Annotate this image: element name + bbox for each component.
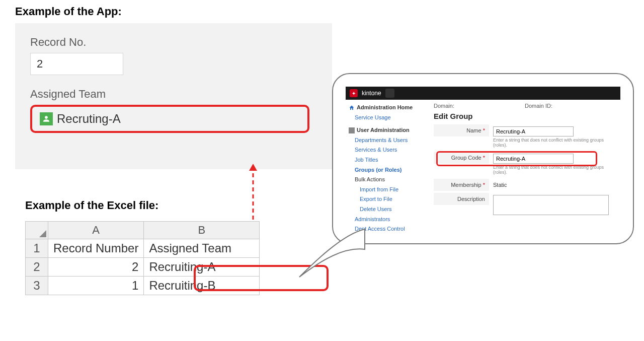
group-icon [40, 112, 53, 125]
nav-admins[interactable]: Administrators [348, 215, 427, 225]
callout-bubble: ✦ kintone Administration Home Service Us… [332, 73, 634, 244]
nav-user-admin-label: User Administration [357, 126, 410, 135]
membership-label: Membership [451, 182, 481, 188]
excel-row3-a: 1 [48, 277, 144, 295]
excel-table-wrap: A B 1 Record Number Assigned Team 2 2 Re… [25, 217, 260, 295]
name-label-cell: Name * [434, 124, 489, 137]
form-row-code: Group Code * Enter a string that does no… [434, 152, 615, 177]
app-example-heading: Example of the App: [15, 5, 337, 18]
domain-id-label: Domain ID: [525, 103, 552, 109]
excel-example-heading: Example of the Excel file: [25, 199, 332, 212]
excel-rownum-3: 3 [26, 277, 48, 295]
membership-required-mark: * [483, 182, 485, 188]
form-row-name: Name * Enter a string that does not conf… [434, 124, 615, 150]
domain-row: Domain: Domain ID: [434, 103, 615, 109]
assigned-team-value: Recruting-A [57, 112, 121, 126]
nav-home-label: Administration Home [357, 103, 413, 112]
code-hint: Enter a string that does not conflict wi… [493, 165, 611, 175]
description-textarea[interactable] [493, 195, 609, 215]
edit-group-title: Edit Group [434, 112, 615, 120]
user-admin-icon [349, 127, 355, 133]
nav-user-admin: User Administration [348, 125, 427, 135]
topbar-app-icon [385, 89, 394, 98]
record-no-label: Record No. [30, 36, 317, 49]
excel-header-a: Record Number [48, 239, 144, 258]
description-value-cell [489, 193, 615, 217]
admin-nav: Administration Home Service Usage User A… [346, 100, 429, 237]
excel-rownum-2: 2 [26, 258, 48, 277]
excel-table: A B 1 Record Number Assigned Team 2 2 Re… [25, 221, 260, 295]
membership-value: Static [489, 179, 615, 190]
nav-import[interactable]: Import from File [348, 185, 427, 195]
home-icon [349, 105, 355, 111]
excel-rownum-1: 1 [26, 239, 48, 258]
code-value-cell: Enter a string that does not conflict wi… [489, 152, 615, 177]
assigned-team-highlight: Recruting-A [30, 105, 309, 133]
name-required-mark: * [483, 127, 485, 133]
name-hint: Enter a string that does not conflict wi… [493, 138, 611, 148]
description-label-cell: Description [434, 193, 489, 205]
code-label: Group Code [451, 155, 481, 161]
app-panel: Record No. 2 Assigned Team Recruting-A [15, 23, 332, 169]
app-example-section: Example of the App: Record No. 2 Assigne… [15, 5, 337, 169]
admin-topbar: ✦ kintone [346, 87, 620, 100]
nav-job-titles[interactable]: Job Titles [348, 155, 427, 165]
nav-bulk-actions: Bulk Actions [348, 175, 427, 185]
nav-groups[interactable]: Groups (or Roles) [348, 165, 427, 175]
excel-row-2: 2 2 Recruiting-A [26, 258, 260, 277]
membership-label-cell: Membership * [434, 179, 489, 191]
nav-services-users[interactable]: Services & Users [348, 145, 427, 155]
nav-delete-users[interactable]: Delete Users [348, 204, 427, 215]
excel-header-row: 1 Record Number Assigned Team [26, 239, 260, 258]
excel-row-3: 3 1 Recruiting-B [26, 277, 260, 295]
nav-dept-access[interactable]: Dept Access Control [348, 224, 427, 234]
excel-row2-a: 2 [48, 258, 144, 277]
admin-body: Administration Home Service Usage User A… [346, 100, 620, 237]
admin-screenshot: ✦ kintone Administration Home Service Us… [346, 87, 620, 237]
code-required-mark: * [483, 155, 485, 161]
brand-name: kintone [362, 90, 381, 97]
record-no-value: 2 [30, 53, 123, 75]
excel-corner-cell [26, 222, 48, 239]
excel-row2-b: Recruiting-A [144, 258, 260, 277]
nav-home[interactable]: Administration Home [348, 103, 427, 113]
nav-service-usage[interactable]: Service Usage [348, 113, 427, 123]
code-label-cell: Group Code * [434, 152, 489, 164]
excel-col-b: B [144, 222, 260, 239]
excel-example-section: Example of the Excel file: A B 1 Record … [25, 199, 332, 297]
name-label: Name [466, 127, 481, 133]
form-row-description: Description [434, 193, 615, 217]
assigned-team-label: Assigned Team [30, 88, 317, 101]
admin-callout: ✦ kintone Administration Home Service Us… [332, 73, 634, 259]
name-value-cell: Enter a string that does not conflict wi… [489, 124, 615, 150]
excel-col-a: A [48, 222, 144, 239]
nav-export[interactable]: Export to File [348, 194, 427, 204]
excel-header-b: Assigned Team [144, 239, 260, 258]
domain-label: Domain: [434, 103, 454, 109]
nav-dept-users[interactable]: Departments & Users [348, 135, 427, 146]
name-input[interactable] [493, 126, 574, 137]
code-input[interactable] [493, 154, 574, 164]
excel-row3-b: Recruiting-B [144, 277, 260, 295]
excel-col-header-row: A B [26, 222, 260, 239]
form-row-membership: Membership * Static [434, 179, 615, 191]
kintone-logo-icon: ✦ [350, 89, 358, 97]
admin-main: Domain: Domain ID: Edit Group Name * Ent… [429, 100, 620, 237]
